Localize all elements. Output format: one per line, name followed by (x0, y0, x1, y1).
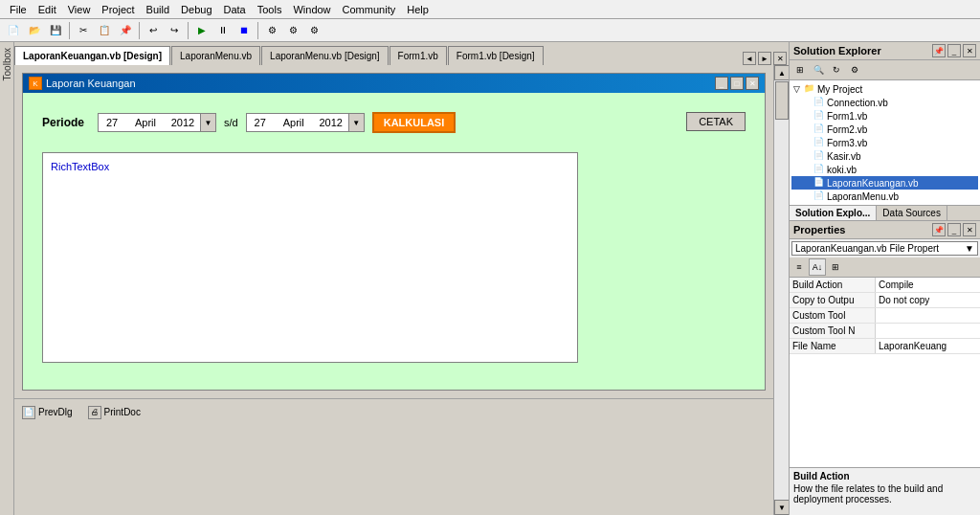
tree-file-form3[interactable]: 📄 Form3.vb (791, 136, 978, 149)
tabs-bar: LaporanKeuangan.vb [Design] LaporanMenu.… (14, 42, 789, 65)
canvas-vscroll[interactable]: ▲ ▼ (773, 65, 789, 515)
menu-debug[interactable]: Debug (175, 2, 217, 17)
toolbar-sep4 (257, 22, 258, 39)
sol-toolbar-btn3[interactable]: ↻ (828, 61, 845, 78)
tree-file-laporan-keuangan[interactable]: 📄 LaporanKeuangan.vb (791, 176, 978, 190)
tabs-close[interactable]: ✕ (773, 52, 787, 65)
toolbar-copy[interactable]: 📋 (95, 21, 114, 40)
props-file-name-value[interactable]: LaporanKeuang (876, 339, 980, 353)
prevdlg-component[interactable]: 📄 PrevDlg (22, 406, 73, 419)
sol-toolbar-btn4[interactable]: ⚙ (846, 61, 863, 78)
tree-file-form1[interactable]: 📄 Form1.vb (791, 109, 978, 123)
toolbar-paste[interactable]: 📌 (116, 21, 135, 40)
tab-form1-design[interactable]: Form1.vb [Design] (448, 46, 544, 65)
printdoc-component[interactable]: 🖨 PrintDoc (88, 406, 141, 419)
richtextbox[interactable]: RichTextBox (42, 152, 578, 363)
scroll-up-btn[interactable]: ▲ (774, 65, 789, 80)
toolbar-save-all[interactable]: 💾 (46, 21, 65, 40)
sol-toolbar-btn1[interactable]: ⊞ (791, 61, 809, 78)
props-custom-tool-value[interactable] (876, 308, 980, 323)
tabs-scroll-left[interactable]: ◄ (743, 52, 756, 65)
props-build-action-name: Build Action (790, 278, 876, 292)
form-minimize-btn[interactable]: _ (715, 77, 728, 90)
solution-explorer-toolbar: ⊞ 🔍 ↻ ⚙ (790, 60, 980, 80)
menu-tools[interactable]: Tools (252, 2, 288, 17)
toolbar-new[interactable]: 📄 (4, 21, 23, 40)
tree-project-icon: 📁 (804, 83, 815, 95)
toolbar-pause[interactable]: ⏸ (213, 21, 233, 40)
toolbar-run[interactable]: ▶ (192, 21, 212, 40)
form-maximize-btn[interactable]: □ (730, 77, 744, 90)
props-categorized-btn[interactable]: ≡ (791, 258, 808, 276)
tree-file-laporan-menu[interactable]: 📄 LaporanMenu.vb (791, 190, 978, 203)
from-month-input[interactable] (125, 116, 166, 129)
scroll-track (774, 80, 789, 500)
menu-help[interactable]: Help (401, 2, 434, 17)
props-minimize-btn[interactable]: _ (947, 223, 961, 236)
menu-window[interactable]: Window (287, 2, 336, 17)
props-close-btn[interactable]: ✕ (963, 223, 976, 236)
toolbar-extra1[interactable]: ⚙ (262, 21, 281, 40)
to-date-dropdown[interactable]: ▼ (348, 114, 364, 131)
form-close-btn[interactable]: ✕ (746, 77, 759, 90)
toolbar-redo[interactable]: ↪ (165, 21, 184, 40)
props-alphabetical-btn[interactable]: A↓ (809, 258, 826, 276)
props-build-action-value[interactable]: Compile (876, 278, 980, 292)
sol-pin-btn[interactable]: 📌 (932, 44, 946, 57)
to-month-input[interactable] (274, 116, 314, 129)
tree-file-form2[interactable]: 📄 Form2.vb (791, 123, 978, 136)
toolbar-sep3 (188, 22, 189, 39)
to-year-input[interactable] (314, 116, 348, 129)
sol-close-btn[interactable]: ✕ (963, 44, 976, 57)
toolbar-undo[interactable]: ↩ (144, 21, 163, 40)
panel-tab-bar: Solution Explo... Data Sources (790, 205, 980, 221)
scroll-down-btn[interactable]: ▼ (774, 500, 789, 515)
menu-file[interactable]: File (4, 2, 33, 17)
to-day-input[interactable] (247, 116, 274, 129)
solution-explorer-title: Solution Explorer (793, 45, 881, 56)
canvas-scroll[interactable]: K Laporan Keuangan _ □ ✕ CETAK (14, 65, 773, 515)
properties-dropdown[interactable]: LaporanKeuangan.vb File Propert ▼ (791, 241, 978, 256)
toolbar-cut[interactable]: ✂ (74, 21, 93, 40)
tree-file-connection[interactable]: 📄 Connection.vb (791, 96, 978, 109)
props-custom-tool-n-value[interactable] (876, 324, 980, 338)
toolbar-open[interactable]: 📂 (25, 21, 44, 40)
toolbar-extra3[interactable]: ⚙ (304, 21, 323, 40)
sol-minimize-btn[interactable]: _ (947, 44, 961, 57)
props-copy-output-value[interactable]: Do not copy (876, 293, 980, 307)
from-date-dropdown[interactable]: ▼ (200, 114, 215, 131)
tab-form1[interactable]: Form1.vb (390, 46, 447, 65)
toolbar-sep1 (69, 22, 70, 39)
toolbox-label[interactable]: Toolbox (2, 48, 12, 80)
tabs-scroll-right[interactable]: ► (758, 52, 771, 65)
toolbar-extra2[interactable]: ⚙ (283, 21, 302, 40)
menu-view[interactable]: View (62, 2, 97, 17)
props-row-copy-to-output: Copy to Outpu Do not copy (790, 293, 980, 308)
props-extra-btn[interactable]: ⊞ (827, 258, 844, 276)
tree-file-koki[interactable]: 📄 koki.vb (791, 163, 978, 176)
toolbar-stop[interactable]: ⏹ (234, 21, 254, 40)
toolbox-strip: Toolbox (0, 42, 14, 515)
tree-form3-label: Form3.vb (827, 138, 867, 148)
menu-build[interactable]: Build (141, 2, 175, 17)
tab-laporan-menu-design[interactable]: LaporanMenu.vb [Design] (261, 46, 389, 65)
tab-data-sources[interactable]: Data Sources (877, 206, 947, 220)
props-pin-btn[interactable]: 📌 (932, 223, 946, 236)
menu-data[interactable]: Data (218, 2, 252, 17)
tree-my-project[interactable]: ▽ 📁 My Project (791, 82, 978, 96)
from-year-input[interactable] (166, 116, 200, 129)
kalkulasi-button[interactable]: KALKULASI (372, 112, 457, 133)
from-day-input[interactable] (99, 116, 125, 129)
tab-laporan-keuangan-design[interactable]: LaporanKeuangan.vb [Design] (14, 46, 170, 65)
menu-edit[interactable]: Edit (33, 2, 62, 17)
scroll-thumb[interactable] (775, 81, 789, 120)
cetak-button[interactable]: CETAK (686, 112, 746, 131)
menu-community[interactable]: Community (337, 2, 402, 17)
menu-project[interactable]: Project (96, 2, 140, 17)
props-desc-title: Build Action (793, 471, 976, 481)
tab-solution-explorer[interactable]: Solution Explo... (790, 206, 877, 220)
props-custom-tool-name: Custom Tool (790, 308, 876, 323)
tree-file-kasir[interactable]: 📄 Kasir.vb (791, 149, 978, 163)
tab-laporan-menu[interactable]: LaporanMenu.vb (171, 46, 260, 65)
sol-toolbar-btn2[interactable]: 🔍 (810, 61, 827, 78)
